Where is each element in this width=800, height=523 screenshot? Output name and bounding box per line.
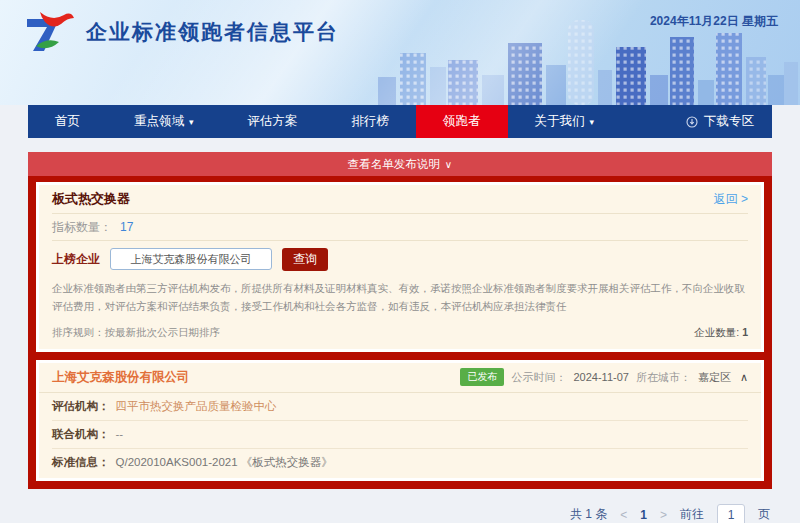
company-search-input[interactable] <box>110 248 272 270</box>
detail-row-joint-agency: 联合机构： -- <box>52 421 748 449</box>
category-title-row: 板式热交换器 返回 > <box>52 185 748 214</box>
site-logo <box>24 9 76 55</box>
nav-item-home[interactable]: 首页 <box>28 105 107 138</box>
company-meta: 已发布 公示时间： 2024-11-07 所在城市： 嘉定区 ∧ <box>460 368 748 386</box>
nav-item-label: 重点领域 <box>134 113 184 130</box>
company-search-row: 上榜企业 查询 <box>52 241 748 277</box>
evaluation-disclaimer: 企业标准领跑者由第三方评估机构发布，所提供所有材料及证明材料真实、有效，承诺按照… <box>52 277 748 320</box>
brand: 企业标准领跑者信息平台 <box>24 9 339 55</box>
nav-item-label: 领跑者 <box>443 113 481 130</box>
download-zone-link[interactable]: 下载专区 <box>668 105 772 138</box>
download-label: 下载专区 <box>704 113 754 130</box>
nav-item-label: 排行榜 <box>352 113 390 130</box>
detail-row-evaluation-agency: 评估机构： 四平市热交换产品质量检验中心 <box>52 393 748 421</box>
company-count: 企业数量:1 <box>694 326 748 340</box>
listed-company-label: 上榜企业 <box>52 251 100 268</box>
download-icon <box>686 116 698 128</box>
company-name[interactable]: 上海艾克森股份有限公司 <box>52 369 190 386</box>
goto-page-input[interactable] <box>717 504 745 523</box>
list-release-notice-toggle[interactable]: 查看名单发布说明 ∨ <box>28 152 772 176</box>
pagination-total: 共 1 条 <box>570 506 607 523</box>
nav-item-ranking[interactable]: 排行榜 <box>325 105 417 138</box>
sort-rule-row: 排序规则：按最新批次公示日期排序 企业数量:1 <box>52 320 748 349</box>
query-button[interactable]: 查询 <box>282 248 328 271</box>
nav-item-about-us[interactable]: 关于我们 ▾ <box>508 105 622 138</box>
company-count-label: 企业数量: <box>694 326 739 338</box>
sort-rule-text: 排序规则：按最新批次公示日期排序 <box>52 326 220 340</box>
leader-content-frame: 板式热交换器 返回 > 指标数量： 17 上榜企业 查询 企业标准领跑者由第三方… <box>28 176 772 489</box>
nav-item-label: 评估方案 <box>248 113 298 130</box>
detail-label: 评估机构： <box>52 399 110 414</box>
nav-item-key-areas[interactable]: 重点领域 ▾ <box>107 105 221 138</box>
detail-label: 联合机构： <box>52 427 110 442</box>
page-unit-label: 页 <box>758 506 770 523</box>
current-page[interactable]: 1 <box>640 508 647 522</box>
indicator-count-row: 指标数量： 17 <box>52 214 748 241</box>
detail-label: 标准信息： <box>52 455 110 470</box>
goto-label: 前往 <box>680 506 704 523</box>
nav-item-label: 首页 <box>55 113 80 130</box>
notice-label: 查看名单发布说明 <box>348 157 440 172</box>
detail-value: -- <box>116 428 124 440</box>
publish-time-value: 2024-11-07 <box>573 371 628 383</box>
indicator-count-value: 17 <box>120 220 133 234</box>
header-date: 2024年11月22日 星期五 <box>650 13 778 30</box>
company-card: 上海艾克森股份有限公司 已发布 公示时间： 2024-11-07 所在城市： 嘉… <box>36 360 764 481</box>
page-title: 企业标准领跑者信息平台 <box>86 18 339 46</box>
city-value: 嘉定区 <box>698 370 731 385</box>
detail-value: Q/202010AKS001-2021 《板式热交换器》 <box>116 455 333 470</box>
category-panel: 板式热交换器 返回 > 指标数量： 17 上榜企业 查询 企业标准领跑者由第三方… <box>36 182 764 352</box>
category-title: 板式热交换器 <box>52 190 130 208</box>
site-header: 企业标准领跑者信息平台 2024年11月22日 星期五 <box>0 0 800 105</box>
pagination: 共 1 条 < 1 > 前往 页 <box>30 504 770 523</box>
detail-value: 四平市热交换产品质量检验中心 <box>116 399 277 414</box>
caret-down-icon: ▾ <box>189 118 194 127</box>
nav-item-label: 关于我们 <box>535 113 585 130</box>
company-card-header[interactable]: 上海艾克森股份有限公司 已发布 公示时间： 2024-11-07 所在城市： 嘉… <box>39 363 761 393</box>
chevron-up-icon[interactable]: ∧ <box>740 371 748 384</box>
nav-item-leader[interactable]: 领跑者 <box>416 105 508 138</box>
next-page-arrow[interactable]: > <box>660 508 667 522</box>
chevron-down-icon: ∨ <box>445 159 452 170</box>
company-count-value: 1 <box>742 326 748 338</box>
city-label: 所在城市： <box>636 370 691 385</box>
indicator-count-label: 指标数量： <box>52 219 112 236</box>
main-nav: 首页 重点领域 ▾ 评估方案 排行榜 领跑者 关于我们 ▾ 下载专区 <box>28 105 772 138</box>
publish-time-label: 公示时间： <box>511 370 566 385</box>
back-link[interactable]: 返回 > <box>714 191 748 208</box>
prev-page-arrow[interactable]: < <box>620 508 627 522</box>
caret-down-icon: ▾ <box>590 118 595 127</box>
detail-row-standard-info: 标准信息： Q/202010AKS001-2021 《板式热交换器》 <box>52 449 748 477</box>
nav-item-evaluation-plan[interactable]: 评估方案 <box>221 105 325 138</box>
status-badge: 已发布 <box>460 368 504 386</box>
